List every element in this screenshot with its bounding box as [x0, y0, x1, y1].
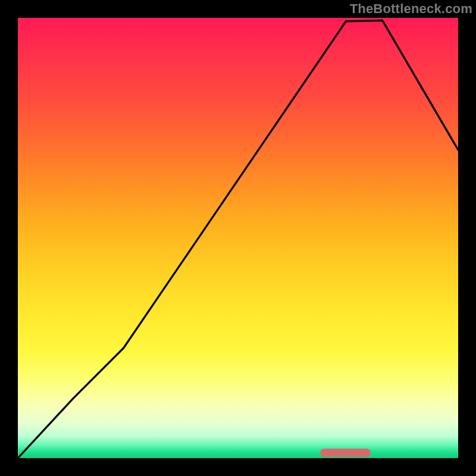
plot-area	[18, 18, 458, 458]
highlight-marker	[320, 449, 371, 457]
chart-frame: TheBottleneck.com	[0, 0, 476, 476]
bottleneck-curve	[18, 20, 458, 458]
curve-layer	[18, 18, 458, 458]
watermark-text: TheBottleneck.com	[350, 1, 472, 17]
